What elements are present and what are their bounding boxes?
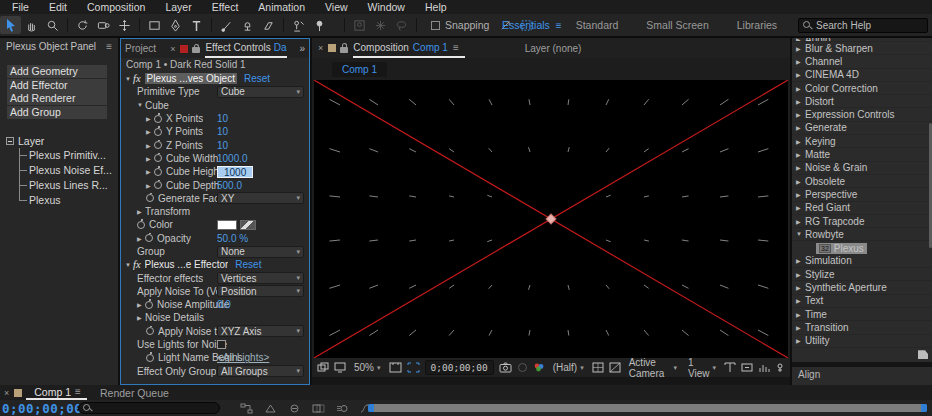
pen-tool-icon[interactable] [165,16,186,34]
workspace-small-screen[interactable]: Small Screen [632,19,722,31]
puppet-pin-tool-icon[interactable] [309,16,330,34]
effects-category-item[interactable]: ▶ Time [792,308,932,321]
effects-category-item[interactable]: ▶ Expression Controls [792,108,932,121]
expander-icon[interactable]: ▶ [796,311,805,318]
expander-icon[interactable]: ▼ [125,76,133,82]
panel-menu-icon[interactable]: ≡ [75,386,81,397]
composition-viewer[interactable] [314,80,788,358]
expander-icon[interactable]: ▼ [796,231,805,237]
clone-stamp-tool-icon[interactable] [237,16,258,34]
property-value[interactable]: None ▾ [217,246,304,258]
property-value[interactable]: XY ▾ [217,192,304,204]
exposure-icon[interactable] [775,361,785,375]
property-value[interactable]: 500.0 ▾ [217,179,304,191]
plexus-add-button[interactable]: Add Renderer [7,92,107,105]
effect-row[interactable]: Apply Noise To (Verti Position ▾ [121,285,309,298]
color-swatch[interactable] [217,220,237,230]
tab-effect-controls[interactable]: Effect Controls Da [205,39,286,58]
effects-category-item[interactable]: ▶ Keying [792,135,932,148]
effects-category-item[interactable]: 32 Plexus [792,241,932,254]
effect-row[interactable]: ▶ Y Points 10 ▾ [121,125,309,138]
effect-row[interactable]: ▶ Z Points 10 ▾ [121,138,309,151]
expander-icon[interactable]: ▶ [146,128,154,135]
close-icon[interactable]: × [4,388,9,398]
menu-item[interactable]: Layer [155,1,201,13]
timeline-zoom-scrollbar[interactable] [368,404,927,412]
workspace-essentials[interactable]: Essentials [488,19,564,31]
comp-subtab[interactable]: Comp 1 [332,62,387,77]
stopwatch-icon[interactable] [154,128,162,136]
expander-icon[interactable]: ▶ [796,297,805,304]
property-value[interactable]: 1000 ▾ [217,166,253,178]
effect-row[interactable]: Apply Noise to Axi XYZ Axis ▾ [121,325,309,338]
effects-category-item[interactable]: ▶ Generate [792,122,932,135]
workspace-standard[interactable]: Standard [562,19,633,31]
effects-category-item[interactable]: ▶ Channel [792,55,932,68]
expander-icon[interactable]: ▶ [137,235,145,242]
effect-row[interactable]: ▼ fx Plexus ...ves Object Reset ▾ [121,72,309,85]
stopwatch-icon[interactable] [154,168,162,176]
brush-tool-icon[interactable] [216,16,237,34]
effect-row[interactable]: Primitive Type Cube ▾ [121,85,309,98]
stopwatch-icon[interactable] [154,115,162,123]
effects-category-item[interactable]: ▶ Perspective [792,188,932,201]
stopwatch-icon[interactable] [146,354,154,362]
reset-link[interactable]: Reset [244,73,270,84]
stopwatch-icon[interactable] [154,181,162,189]
expander-icon[interactable]: ▶ [796,151,805,158]
effects-category-item[interactable]: ▶ CINEMA 4D [792,69,932,82]
effects-category-item[interactable]: ▼ Rowbyte [792,228,932,241]
menu-item[interactable]: File [2,1,39,13]
property-value[interactable]: Position ▾ [217,285,304,297]
tree-item[interactable]: Plexus [19,193,118,208]
tree-item[interactable]: Plexus Noise Ef... [19,163,118,178]
comp-timecode[interactable]: 0;00;00;00 [425,360,494,375]
workspace-libraries[interactable]: Libraries [723,19,791,31]
effect-row[interactable]: Effect Only Group All Groups ▾ [121,365,309,378]
expander-icon[interactable]: ▶ [796,58,805,65]
tab-project[interactable]: Project [125,43,156,54]
expander-icon[interactable]: ▶ [796,85,805,92]
fx-badge[interactable]: fx [133,259,141,270]
expander-icon[interactable]: ▶ [796,71,805,78]
plexus-add-button[interactable]: Add Effector [7,79,107,92]
lock-icon[interactable] [192,47,200,53]
property-value[interactable]: 10 ▾ [217,126,304,138]
property-value[interactable]: All Groups ▾ [217,365,304,377]
effects-category-item[interactable]: ▶ Text [792,295,932,308]
expander-icon[interactable]: ▶ [796,164,805,171]
stopwatch-icon[interactable] [154,141,162,149]
effects-category-item[interactable]: ▶ Matte [792,148,932,161]
fx-badge[interactable]: fx [133,73,141,84]
stopwatch-icon[interactable] [137,221,145,229]
expander-icon[interactable]: ▼ [125,262,133,268]
effect-row[interactable]: ▶ Noise Details ▾ [121,311,309,324]
transparency-grid-icon[interactable] [592,361,604,375]
monitor-icon[interactable] [334,361,346,375]
pixel-aspect-icon[interactable] [724,361,736,375]
effects-category-item[interactable]: ▶ Simulation [792,255,932,268]
panel-menu-icon[interactable]: ≡ [453,42,459,53]
effect-row[interactable]: Use Lights for Noise ▾ [121,338,309,351]
draft-3d-icon[interactable] [264,401,277,415]
new-animation-preset-icon[interactable] [918,350,928,359]
effect-row[interactable]: ▶ Cube Height 1000 ▾ [121,165,309,178]
effects-category-item[interactable]: ▶ Transition [792,321,932,334]
snapshot-camera-icon[interactable] [499,361,512,375]
property-value[interactable]: ▾ [217,219,304,231]
effects-category-item[interactable]: ▶ Utility [792,335,932,348]
effect-row[interactable]: Group None ▾ [121,245,309,258]
expander-icon[interactable]: ▶ [137,301,145,308]
close-icon[interactable]: × [170,44,175,54]
effect-row[interactable]: ▶ Cube Depth 500.0 ▾ [121,178,309,191]
menu-item[interactable]: Animation [248,1,315,13]
effects-category-item[interactable]: ▶ Blur & Sharpen [792,42,932,55]
expander-icon[interactable]: ▶ [796,257,805,264]
expander-icon[interactable]: ▶ [796,45,805,52]
property-checkbox[interactable] [217,340,226,349]
tree-item[interactable]: Plexus Primitiv... [19,148,118,163]
property-value[interactable]: <All Lights> ▾ [217,352,304,364]
effect-row[interactable]: ▶ Opacity 50.0 % ▾ [121,232,309,245]
comp-mini-flowchart-icon[interactable] [240,401,253,415]
expander-icon[interactable]: ▶ [796,337,805,344]
